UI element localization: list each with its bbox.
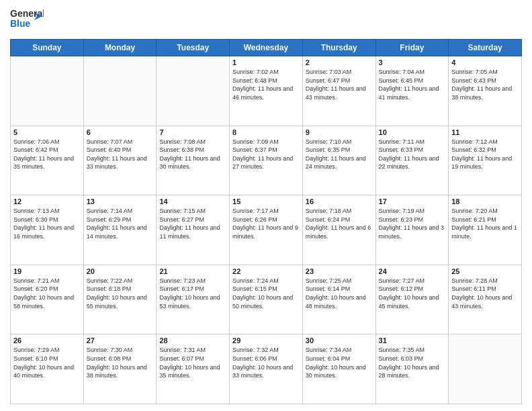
calendar-cell: 5Sunrise: 7:06 AM Sunset: 6:42 PM Daylig… <box>11 126 84 195</box>
day-info: Sunrise: 7:19 AM Sunset: 6:23 PM Dayligh… <box>379 207 446 240</box>
day-number: 20 <box>87 267 154 275</box>
weekday-header-wednesday: Wednesday <box>230 40 303 56</box>
day-info: Sunrise: 7:09 AM Sunset: 6:37 PM Dayligh… <box>232 138 300 171</box>
day-info: Sunrise: 7:28 AM Sunset: 6:11 PM Dayligh… <box>451 277 519 310</box>
calendar-cell: 30Sunrise: 7:34 AM Sunset: 6:04 PM Dayli… <box>302 334 375 404</box>
calendar-cell: 27Sunrise: 7:30 AM Sunset: 6:08 PM Dayli… <box>83 334 157 404</box>
day-info: Sunrise: 7:20 AM Sunset: 6:21 PM Dayligh… <box>451 207 519 240</box>
day-number: 30 <box>306 336 373 345</box>
calendar-cell: 11Sunrise: 7:12 AM Sunset: 6:32 PM Dayli… <box>449 126 522 195</box>
day-number: 12 <box>13 197 81 205</box>
day-number: 16 <box>306 197 373 205</box>
calendar-cell <box>11 56 84 126</box>
calendar-cell: 29Sunrise: 7:32 AM Sunset: 6:06 PM Dayli… <box>230 334 303 404</box>
day-number: 7 <box>159 128 226 136</box>
day-number: 5 <box>13 128 81 136</box>
day-number: 31 <box>379 336 446 345</box>
logo-svg: GeneralBlue <box>10 7 44 34</box>
calendar-cell: 28Sunrise: 7:31 AM Sunset: 6:07 PM Dayli… <box>157 334 230 404</box>
header: GeneralBlue <box>10 7 522 34</box>
weekday-header-thursday: Thursday <box>302 40 375 56</box>
svg-text:Blue: Blue <box>10 18 31 29</box>
calendar-week-row: 26Sunrise: 7:29 AM Sunset: 6:10 PM Dayli… <box>11 334 522 404</box>
day-info: Sunrise: 7:18 AM Sunset: 6:24 PM Dayligh… <box>306 207 373 240</box>
day-number: 21 <box>159 267 226 275</box>
day-number: 24 <box>379 267 446 275</box>
day-number: 29 <box>232 336 300 345</box>
day-number: 17 <box>379 197 446 205</box>
calendar-week-row: 5Sunrise: 7:06 AM Sunset: 6:42 PM Daylig… <box>11 126 522 195</box>
day-info: Sunrise: 7:35 AM Sunset: 6:03 PM Dayligh… <box>379 346 446 379</box>
day-number: 25 <box>451 267 519 275</box>
day-number: 6 <box>87 128 154 136</box>
calendar-cell: 31Sunrise: 7:35 AM Sunset: 6:03 PM Dayli… <box>375 334 449 404</box>
calendar-cell: 7Sunrise: 7:08 AM Sunset: 6:38 PM Daylig… <box>157 126 230 195</box>
day-info: Sunrise: 7:25 AM Sunset: 6:14 PM Dayligh… <box>306 277 373 310</box>
day-info: Sunrise: 7:05 AM Sunset: 6:43 PM Dayligh… <box>451 68 519 101</box>
day-number: 9 <box>306 128 373 136</box>
day-info: Sunrise: 7:03 AM Sunset: 6:47 PM Dayligh… <box>306 68 373 101</box>
day-number: 2 <box>306 58 373 66</box>
calendar-cell: 26Sunrise: 7:29 AM Sunset: 6:10 PM Dayli… <box>11 334 84 404</box>
calendar-week-row: 19Sunrise: 7:21 AM Sunset: 6:20 PM Dayli… <box>11 265 522 334</box>
day-number: 27 <box>87 336 154 345</box>
day-info: Sunrise: 7:07 AM Sunset: 6:40 PM Dayligh… <box>87 138 154 171</box>
calendar-table: SundayMondayTuesdayWednesdayThursdayFrid… <box>10 39 522 404</box>
day-info: Sunrise: 7:27 AM Sunset: 6:12 PM Dayligh… <box>379 277 446 310</box>
calendar-cell: 24Sunrise: 7:27 AM Sunset: 6:12 PM Dayli… <box>375 265 449 334</box>
calendar-cell: 13Sunrise: 7:14 AM Sunset: 6:29 PM Dayli… <box>83 195 157 265</box>
calendar-cell <box>449 334 522 404</box>
day-info: Sunrise: 7:11 AM Sunset: 6:33 PM Dayligh… <box>379 138 446 171</box>
calendar-week-row: 1Sunrise: 7:02 AM Sunset: 6:48 PM Daylig… <box>11 56 522 126</box>
day-info: Sunrise: 7:34 AM Sunset: 6:04 PM Dayligh… <box>306 346 373 379</box>
calendar-cell: 8Sunrise: 7:09 AM Sunset: 6:37 PM Daylig… <box>230 126 303 195</box>
calendar-cell: 4Sunrise: 7:05 AM Sunset: 6:43 PM Daylig… <box>449 56 522 126</box>
calendar-cell: 14Sunrise: 7:15 AM Sunset: 6:27 PM Dayli… <box>157 195 230 265</box>
day-info: Sunrise: 7:29 AM Sunset: 6:10 PM Dayligh… <box>13 346 81 379</box>
day-number: 8 <box>232 128 300 136</box>
day-info: Sunrise: 7:15 AM Sunset: 6:27 PM Dayligh… <box>159 207 226 240</box>
calendar-cell <box>83 56 157 126</box>
day-info: Sunrise: 7:30 AM Sunset: 6:08 PM Dayligh… <box>87 346 154 379</box>
weekday-header-saturday: Saturday <box>449 40 522 56</box>
day-info: Sunrise: 7:04 AM Sunset: 6:45 PM Dayligh… <box>379 68 446 101</box>
calendar-cell: 21Sunrise: 7:23 AM Sunset: 6:17 PM Dayli… <box>157 265 230 334</box>
weekday-header-sunday: Sunday <box>11 40 84 56</box>
calendar-cell: 12Sunrise: 7:13 AM Sunset: 6:30 PM Dayli… <box>11 195 84 265</box>
weekday-header-friday: Friday <box>375 40 449 56</box>
day-info: Sunrise: 7:22 AM Sunset: 6:18 PM Dayligh… <box>87 277 154 310</box>
day-number: 3 <box>379 58 446 66</box>
calendar-cell: 25Sunrise: 7:28 AM Sunset: 6:11 PM Dayli… <box>449 265 522 334</box>
day-info: Sunrise: 7:12 AM Sunset: 6:32 PM Dayligh… <box>451 138 519 171</box>
calendar-cell: 16Sunrise: 7:18 AM Sunset: 6:24 PM Dayli… <box>302 195 375 265</box>
day-info: Sunrise: 7:21 AM Sunset: 6:20 PM Dayligh… <box>13 277 81 310</box>
calendar-cell: 22Sunrise: 7:24 AM Sunset: 6:15 PM Dayli… <box>230 265 303 334</box>
calendar-cell: 18Sunrise: 7:20 AM Sunset: 6:21 PM Dayli… <box>449 195 522 265</box>
calendar-cell: 19Sunrise: 7:21 AM Sunset: 6:20 PM Dayli… <box>11 265 84 334</box>
calendar-cell: 20Sunrise: 7:22 AM Sunset: 6:18 PM Dayli… <box>83 265 157 334</box>
weekday-header-row: SundayMondayTuesdayWednesdayThursdayFrid… <box>11 40 522 56</box>
day-info: Sunrise: 7:08 AM Sunset: 6:38 PM Dayligh… <box>159 138 226 171</box>
day-info: Sunrise: 7:24 AM Sunset: 6:15 PM Dayligh… <box>232 277 300 310</box>
day-number: 26 <box>13 336 81 345</box>
day-number: 13 <box>87 197 154 205</box>
day-number: 23 <box>306 267 373 275</box>
page: GeneralBlue SundayMondayTuesdayWednesday… <box>0 0 532 411</box>
calendar-cell: 2Sunrise: 7:03 AM Sunset: 6:47 PM Daylig… <box>302 56 375 126</box>
calendar-cell: 10Sunrise: 7:11 AM Sunset: 6:33 PM Dayli… <box>375 126 449 195</box>
day-number: 1 <box>232 58 300 66</box>
calendar-cell <box>157 56 230 126</box>
day-info: Sunrise: 7:23 AM Sunset: 6:17 PM Dayligh… <box>159 277 226 310</box>
calendar-cell: 17Sunrise: 7:19 AM Sunset: 6:23 PM Dayli… <box>375 195 449 265</box>
calendar-cell: 23Sunrise: 7:25 AM Sunset: 6:14 PM Dayli… <box>302 265 375 334</box>
calendar-cell: 9Sunrise: 7:10 AM Sunset: 6:35 PM Daylig… <box>302 126 375 195</box>
day-info: Sunrise: 7:14 AM Sunset: 6:29 PM Dayligh… <box>87 207 154 240</box>
calendar-cell: 6Sunrise: 7:07 AM Sunset: 6:40 PM Daylig… <box>83 126 157 195</box>
day-info: Sunrise: 7:32 AM Sunset: 6:06 PM Dayligh… <box>232 346 300 379</box>
day-number: 14 <box>159 197 226 205</box>
logo: GeneralBlue <box>10 7 44 34</box>
day-number: 28 <box>159 336 226 345</box>
weekday-header-tuesday: Tuesday <box>157 40 230 56</box>
day-info: Sunrise: 7:02 AM Sunset: 6:48 PM Dayligh… <box>232 68 300 101</box>
day-number: 19 <box>13 267 81 275</box>
